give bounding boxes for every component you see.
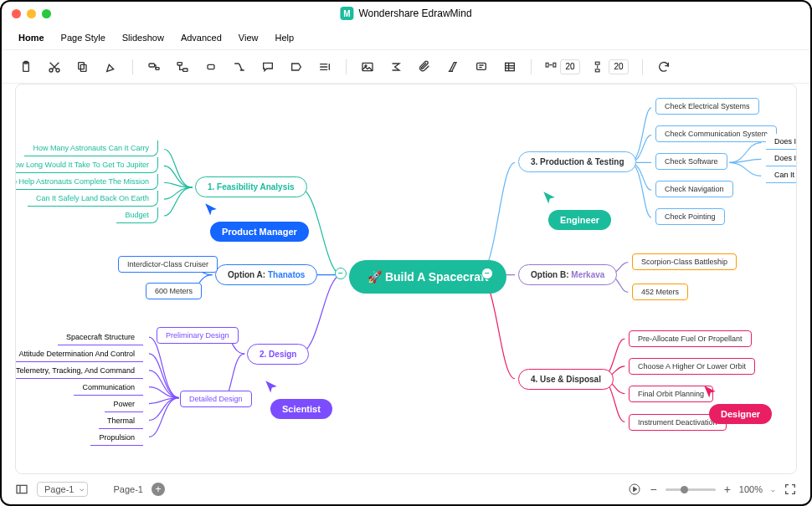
callout-designer[interactable]: Designer [702, 384, 772, 424]
vspacing-control[interactable] [594, 59, 629, 74]
leaf[interactable]: Final Orbit Planning [629, 386, 713, 402]
leaf[interactable]: Check Navigation [655, 181, 733, 197]
toolbar [2, 50, 810, 84]
clipboard-icon[interactable] [18, 59, 33, 74]
menu-page-style[interactable]: Page Style [61, 29, 105, 46]
add-page-icon[interactable]: + [152, 483, 165, 496]
leaf[interactable]: How Many Astronauts Can It Carry [24, 141, 158, 156]
leaf[interactable]: Does It Cover All [766, 134, 797, 150]
collapse-left[interactable]: − [335, 268, 347, 279]
app-title: Wondershare EdrawMind [358, 8, 471, 19]
leaf[interactable]: Propulsion [90, 430, 143, 446]
option-a-node[interactable]: Option A: Thanatos [215, 264, 317, 285]
zoom-dropdown-icon[interactable]: ⌵ [771, 486, 775, 493]
leaf[interactable]: Pre-Allocate Fuel Or Propellant [629, 330, 752, 347]
note-icon[interactable] [474, 59, 489, 74]
option-b-node[interactable]: Option B: Merkava [518, 264, 617, 285]
collapse-right[interactable]: − [481, 268, 493, 279]
attachment-icon[interactable] [417, 59, 432, 74]
titlebar: M Wondershare EdrawMind [2, 2, 810, 25]
zoom-out-icon[interactable]: − [650, 483, 656, 496]
formula-icon[interactable] [388, 59, 403, 74]
leaf[interactable]: Choose A Higher Or Lower Orbit [629, 358, 755, 375]
leaf[interactable]: How Long Would It Take To Get To Jupiter [15, 157, 158, 173]
leaf[interactable]: 452 Meters [632, 284, 688, 300]
hspacing-input[interactable] [560, 59, 580, 74]
leaf[interactable]: Preliminary Design [157, 327, 239, 344]
leaf[interactable]: Telemetry, Tracking, And Command [15, 363, 143, 379]
menubar: Home Page Style Slideshow Advanced View … [2, 25, 810, 50]
summary-icon[interactable] [317, 59, 332, 74]
feasibility-node[interactable]: 1. Feasibility Analysis [195, 176, 307, 197]
menu-view[interactable]: View [239, 29, 259, 46]
image-icon[interactable] [360, 59, 375, 74]
leaf[interactable]: Check Pointing [655, 208, 725, 225]
svg-rect-8 [177, 62, 182, 64]
copy-icon[interactable] [75, 59, 90, 74]
canvas[interactable]: 🚀 Build A Spacecraft − − 1. Feasibility … [15, 84, 797, 474]
menu-advanced[interactable]: Advanced [181, 29, 222, 46]
menu-home[interactable]: Home [18, 29, 44, 46]
vspacing-input[interactable] [609, 59, 629, 74]
callout-product-manager[interactable]: Product Manager [203, 202, 309, 242]
leaf[interactable]: How To Help Astronauts Complete The Miss… [15, 174, 158, 190]
leaf[interactable]: Can It Safely Land Back On Earth [28, 191, 158, 207]
outline-icon[interactable] [15, 483, 28, 496]
leaf[interactable]: Interdictor-Class Cruiser [118, 256, 218, 273]
leaf[interactable]: Attitude Determination And Control [15, 346, 143, 362]
svg-rect-15 [546, 63, 548, 67]
svg-rect-9 [183, 69, 188, 71]
page-tab[interactable]: Page-1 [113, 484, 142, 494]
floating-topic-icon[interactable] [203, 59, 218, 74]
leaf[interactable]: Check Electrical Systems [655, 98, 759, 115]
boundary-icon[interactable] [289, 59, 304, 74]
hspacing-control[interactable] [545, 59, 580, 74]
use-disposal-node[interactable]: 4. Use & Disposal [518, 369, 614, 390]
leaf[interactable]: Check Communication System [655, 125, 777, 142]
leaf[interactable]: Spacecraft Structure [58, 330, 143, 345]
svg-rect-19 [17, 485, 27, 493]
callout-scientist[interactable]: Scientist [264, 379, 332, 419]
callout-icon[interactable] [260, 59, 275, 74]
zoom-value: 100% [739, 484, 763, 494]
leaf[interactable]: Thermal [99, 413, 143, 429]
minimize-window[interactable] [27, 9, 36, 18]
svg-rect-13 [477, 63, 486, 69]
subtopic-icon[interactable] [175, 59, 190, 74]
zoom-slider[interactable] [666, 488, 716, 491]
fullscreen-icon[interactable] [784, 483, 797, 496]
app-logo-icon: M [340, 7, 353, 20]
maximize-window[interactable] [42, 9, 51, 18]
table-icon[interactable] [502, 59, 517, 74]
svg-rect-6 [149, 64, 155, 67]
production-node[interactable]: 3. Production & Testing [518, 151, 636, 172]
page-selector[interactable]: Page-1 [37, 482, 88, 497]
paint-icon[interactable] [104, 59, 119, 74]
zoom-in-icon[interactable]: + [724, 483, 731, 496]
play-icon[interactable] [628, 483, 641, 496]
svg-rect-18 [595, 69, 599, 71]
leaf[interactable]: Check Software [655, 153, 727, 170]
cut-icon[interactable] [47, 59, 62, 74]
leaf[interactable]: Can It Process In [766, 167, 797, 183]
leaf[interactable]: Scorpion-Class Battleship [632, 253, 737, 270]
svg-rect-10 [208, 64, 214, 69]
refresh-icon[interactable] [656, 59, 671, 74]
leaf[interactable]: 600 Meters [146, 283, 202, 299]
close-window[interactable] [12, 9, 21, 18]
topic-icon[interactable] [146, 59, 162, 74]
leaf[interactable]: Budget [116, 207, 158, 223]
leaf[interactable]: Power [105, 396, 143, 412]
svg-rect-17 [595, 62, 599, 64]
menu-help[interactable]: Help [275, 29, 295, 46]
leaf[interactable]: Does It Cover All [766, 151, 797, 166]
menu-slideshow[interactable]: Slideshow [122, 29, 164, 46]
svg-rect-14 [506, 63, 515, 70]
design-node[interactable]: 2. Design [247, 344, 309, 365]
leaf[interactable]: Communication [74, 380, 143, 396]
mark-icon[interactable] [445, 59, 460, 74]
callout-engineer[interactable]: Engineer [542, 190, 611, 230]
relationship-icon[interactable] [232, 59, 247, 74]
leaf[interactable]: Detailed Design [180, 391, 252, 407]
statusbar: Page-1 Page-1 + − + 100% ⌵ [2, 474, 810, 504]
